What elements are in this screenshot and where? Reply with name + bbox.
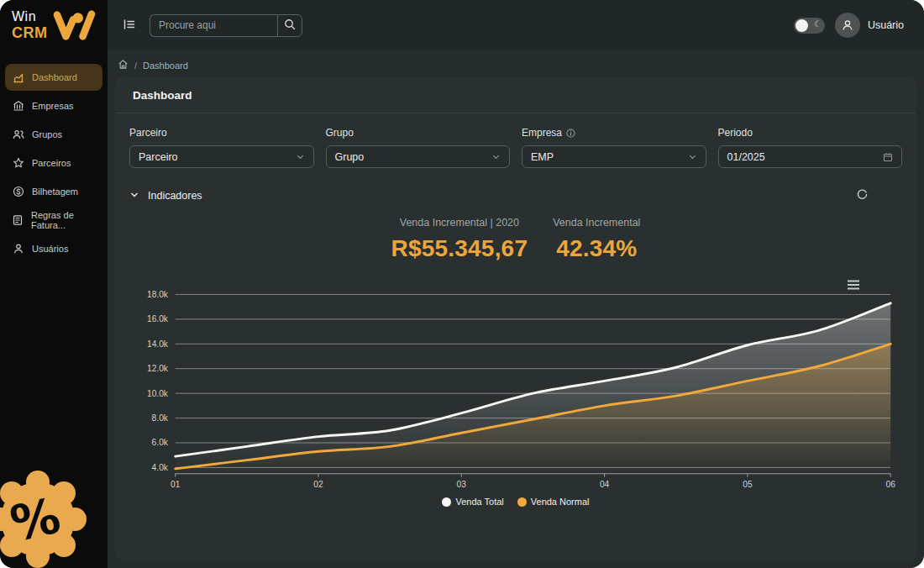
- filter-periodo-label: Periodo: [718, 127, 903, 139]
- dark-mode-toggle[interactable]: ☾: [794, 18, 825, 34]
- svg-text:02: 02: [313, 480, 323, 489]
- legend-label: Venda Normal: [531, 497, 590, 507]
- logo-text: Win CRM: [12, 10, 48, 40]
- svg-text:16.0k: 16.0k: [147, 314, 169, 323]
- sidebar-item-dashboard[interactable]: Dashboard: [5, 64, 102, 91]
- sidebar-item-empresas[interactable]: Empresas: [5, 92, 102, 119]
- svg-text:18.0k: 18.0k: [147, 290, 169, 299]
- main-area: ☾ Usuário / Dashboard Dashboard: [108, 0, 924, 568]
- refresh-icon: [856, 188, 869, 203]
- svg-text:04: 04: [600, 480, 610, 489]
- logo-line2: CRM: [12, 25, 48, 40]
- empresa-select[interactable]: EMP: [522, 145, 706, 168]
- legend-item-venda-normal[interactable]: Venda Normal: [517, 497, 590, 507]
- sidebar-item-label: Bilhetagem: [32, 187, 78, 197]
- search-button[interactable]: [277, 14, 302, 37]
- sidebar-item-label: Regras de Fatura...: [31, 210, 96, 230]
- svg-text:4.0k: 4.0k: [152, 463, 169, 472]
- chart-plot-area: 4.0k6.0k8.0k10.0k12.0k14.0k16.0k18.0k010…: [134, 276, 897, 495]
- document-icon: [12, 214, 24, 227]
- sidebar: Win CRM Dashboard Empresas: [0, 0, 108, 568]
- grupo-select-value: Grupo: [335, 151, 365, 163]
- dollar-circle-icon: [12, 186, 24, 198]
- calendar-icon: [883, 152, 893, 162]
- parceiro-select-value: Parceiro: [139, 151, 178, 163]
- legend-dot-white: [442, 497, 451, 507]
- logo[interactable]: Win CRM: [0, 0, 108, 50]
- svg-text:6.0k: 6.0k: [152, 438, 169, 447]
- filter-grupo-label: Grupo: [326, 127, 511, 139]
- sidebar-item-label: Usuários: [32, 244, 68, 254]
- filter-grupo: Grupo Grupo: [326, 127, 511, 168]
- content: / Dashboard Dashboard Parceiro Parceiro: [108, 50, 924, 568]
- sidebar-item-bilhetagem[interactable]: Bilhetagem: [5, 178, 102, 205]
- indicators-collapse-toggle[interactable]: Indicadores: [129, 190, 202, 202]
- svg-text:01: 01: [171, 480, 181, 489]
- home-icon[interactable]: [118, 59, 129, 71]
- people-icon: [12, 129, 24, 141]
- chart-menu-button[interactable]: [845, 277, 862, 295]
- chevron-down-icon: [296, 152, 305, 161]
- sidebar-item-grupos[interactable]: Grupos: [5, 121, 102, 148]
- bar-chart-icon: [12, 71, 24, 84]
- page: Win CRM Dashboard Empresas: [0, 0, 924, 568]
- sidebar-item-label: Dashboard: [32, 72, 77, 82]
- sales-chart: 4.0k6.0k8.0k10.0k12.0k14.0k16.0k18.0k010…: [129, 276, 902, 507]
- sidebar-collapse-button[interactable]: [119, 14, 139, 37]
- chevron-down-icon: [688, 152, 697, 161]
- filter-empresa-label: Empresa: [522, 127, 706, 139]
- empresa-select-value: EMP: [531, 151, 554, 163]
- filter-empresa-label-text: Empresa: [522, 127, 562, 139]
- dashboard-card: Dashboard Parceiro Parceiro: [116, 78, 916, 560]
- star-icon: [12, 157, 24, 170]
- grupo-select[interactable]: Grupo: [326, 145, 511, 168]
- breadcrumb-separator: /: [134, 60, 137, 71]
- discount-percent-badge: %: [0, 456, 101, 568]
- info-icon[interactable]: [566, 129, 575, 138]
- parceiro-select[interactable]: Parceiro: [129, 145, 314, 168]
- app-window: Win CRM Dashboard Empresas: [0, 0, 924, 568]
- periodo-date-input[interactable]: 01/2025: [718, 145, 903, 168]
- sidebar-item-usuarios[interactable]: Usuários: [5, 235, 102, 262]
- legend-item-venda-total[interactable]: Venda Total: [442, 497, 503, 507]
- sidebar-item-parceiros[interactable]: Parceiros: [5, 150, 102, 176]
- kpi-venda-incremental-pct: Venda Incremental 42.34%: [553, 217, 640, 262]
- refresh-button[interactable]: [854, 187, 870, 205]
- periodo-value: 01/2025: [727, 151, 765, 163]
- legend-label: Venda Total: [455, 497, 503, 507]
- chevron-down-icon: [129, 190, 139, 202]
- hamburger-icon: [847, 281, 860, 293]
- svg-text:14.0k: 14.0k: [147, 339, 169, 349]
- page-title: Dashboard: [116, 78, 916, 113]
- search-input[interactable]: [150, 14, 277, 37]
- svg-text:12.0k: 12.0k: [147, 364, 169, 373]
- breadcrumb-page[interactable]: Dashboard: [143, 60, 188, 71]
- svg-text:8.0k: 8.0k: [152, 413, 169, 423]
- moon-icon: ☾: [814, 19, 822, 29]
- card-body: Parceiro Parceiro Grupo Grupo: [116, 113, 916, 560]
- filter-parceiro: Parceiro Parceiro: [129, 127, 314, 168]
- kpi-row: Venda Incremental | 2020 R$55.345,67 Ven…: [129, 217, 902, 262]
- filter-parceiro-label: Parceiro: [129, 127, 314, 139]
- kpi-venda-incremental-2020: Venda Incremental | 2020 R$55.345,67: [391, 217, 528, 262]
- toggle-knob: [795, 19, 808, 32]
- sidebar-item-regras-de-faturamento[interactable]: Regras de Fatura...: [5, 207, 102, 234]
- kpi-value: R$55.345,67: [391, 235, 528, 262]
- menu-fold-icon: [123, 18, 136, 34]
- indicators-section-label: Indicadores: [148, 190, 202, 202]
- wincrm-logo-icon: [50, 8, 98, 43]
- indicators-section-header: Indicadores: [129, 187, 902, 205]
- user-menu[interactable]: Usuário: [835, 13, 904, 38]
- logo-line1: Win: [12, 10, 48, 24]
- svg-text:06: 06: [886, 480, 896, 489]
- person-icon: [12, 243, 24, 255]
- chart-legend: Venda Total Venda Normal: [134, 497, 897, 507]
- filter-periodo: Periodo 01/2025: [718, 127, 903, 168]
- topbar: ☾ Usuário: [108, 0, 924, 50]
- avatar: [835, 13, 860, 38]
- sidebar-item-label: Grupos: [32, 129, 62, 139]
- filter-empresa: Empresa EMP: [522, 127, 706, 168]
- sidebar-menu: Dashboard Empresas Grupos Parceiros: [0, 64, 108, 262]
- sidebar-item-label: Parceiros: [32, 158, 71, 168]
- legend-dot-orange: [517, 497, 527, 507]
